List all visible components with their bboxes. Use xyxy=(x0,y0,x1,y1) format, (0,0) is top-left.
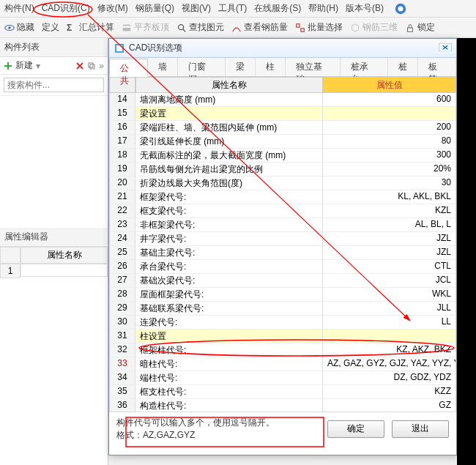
dialog-titlebar[interactable]: CAD识别选项 xyxy=(109,39,456,58)
table-row[interactable]: 20折梁边线最大夹角范围(度)30 xyxy=(109,176,456,190)
copy-icon[interactable] xyxy=(87,62,96,70)
row-value[interactable] xyxy=(323,107,456,121)
table-row[interactable]: 17梁引线延伸长度 (mm)80 xyxy=(109,135,456,149)
dialog-close-icon[interactable] xyxy=(439,43,452,53)
table-row[interactable]: 26承台梁代号:CTL xyxy=(109,260,456,274)
grid-body[interactable]: 14墙洞离地高度 (mm)60015梁设置16梁端距柱、墙、梁范围内延伸 (mm… xyxy=(109,93,456,412)
row-name: 框支柱代号: xyxy=(135,385,323,399)
tab-pilecap[interactable]: 桩承台 xyxy=(341,58,387,76)
row-value[interactable]: 300 xyxy=(323,149,456,163)
row-num: 14 xyxy=(109,93,135,107)
row-name: 基础联系梁代号: xyxy=(135,302,323,316)
table-row[interactable]: 31柱设置 xyxy=(109,330,456,343)
table-row[interactable]: 34端柱代号:DZ, GDZ, YDZ xyxy=(109,371,456,385)
toolbar-view-rebar[interactable]: 查看钢筋量 xyxy=(231,21,288,34)
table-row[interactable]: 28屋面框架梁代号:WKL xyxy=(109,288,456,302)
row-value[interactable]: JZL xyxy=(323,232,456,246)
table-row[interactable]: 16梁端距柱、墙、梁范围内延伸 (mm)200 xyxy=(109,121,456,135)
toolbar-sum[interactable]: Σ汇总计算 xyxy=(67,21,114,34)
table-row[interactable]: 14墙洞离地高度 (mm)600 xyxy=(109,93,456,107)
table-row[interactable]: 18无截面标注的梁，最大截面宽度 (mm)300 xyxy=(109,149,456,163)
tab-wall[interactable]: 墙 xyxy=(148,58,178,76)
table-row[interactable]: 24井字梁代号:JZL xyxy=(109,232,456,246)
row-value[interactable]: 30 xyxy=(323,176,456,190)
toolbar-hide[interactable]: 隐藏 xyxy=(4,21,34,34)
table-row[interactable]: 35框支柱代号:KZZ xyxy=(109,385,456,399)
dialog-tabs: 公共 墙 门窗洞 梁 柱 独立基础 桩承台 桩 板筋 xyxy=(109,58,456,77)
svg-rect-16 xyxy=(90,64,94,69)
row-num: 25 xyxy=(109,246,135,260)
ok-button[interactable]: 确定 xyxy=(327,420,384,438)
row-num: 28 xyxy=(109,288,135,302)
row-value[interactable] xyxy=(323,330,456,343)
table-row[interactable]: 33暗柱代号:AZ, GAZ, GYZ, GJZ, YAZ, YYZ, YJZ xyxy=(109,357,456,371)
row-value[interactable]: KZL xyxy=(323,204,456,218)
row-name: 构造柱代号: xyxy=(135,399,323,412)
tab-public[interactable]: 公共 xyxy=(109,59,148,77)
prop-row-value[interactable] xyxy=(21,264,108,277)
menu-item-component[interactable]: 构件(N) xyxy=(4,2,34,15)
row-value[interactable]: 80 xyxy=(323,135,456,149)
table-row[interactable]: 21框架梁代号:KL, AKL, BKL xyxy=(109,190,456,204)
grid-header-name[interactable]: 属性名称 xyxy=(135,77,323,93)
menu-item-tools[interactable]: 工具(T) xyxy=(218,2,247,15)
row-name: 基础次梁代号: xyxy=(135,274,323,288)
cancel-button[interactable]: 退出 xyxy=(392,420,449,438)
row-num: 36 xyxy=(109,399,135,412)
menu-item-online[interactable]: 在线服务(S) xyxy=(254,2,301,15)
toolbar-batch-select[interactable]: 批量选择 xyxy=(295,21,343,34)
table-row[interactable]: 36构造柱代号:GZ xyxy=(109,399,456,412)
row-value[interactable]: WKL xyxy=(323,288,456,302)
table-row[interactable]: 15梁设置 xyxy=(109,107,456,121)
table-row[interactable]: 22框支梁代号:KZL xyxy=(109,204,456,218)
toolbar-find[interactable]: 查找图元 xyxy=(176,21,224,34)
table-row[interactable]: 19吊筋线每侧允许超出梁宽的比例20% xyxy=(109,163,456,176)
row-value[interactable]: AL, BL, L xyxy=(323,218,456,232)
row-value[interactable]: 20% xyxy=(323,163,456,176)
tab-foundation[interactable]: 独立基础 xyxy=(286,58,341,76)
tab-opening[interactable]: 门窗洞 xyxy=(178,58,225,76)
svg-rect-8 xyxy=(297,23,300,26)
row-value[interactable]: JZL xyxy=(323,246,456,260)
row-value[interactable]: GZ xyxy=(323,399,456,412)
toolbar-lock[interactable]: 锁定 xyxy=(405,21,435,34)
svg-rect-15 xyxy=(89,63,93,67)
table-row[interactable]: 23非框架梁代号:AL, BL, L xyxy=(109,218,456,232)
row-value[interactable]: KL, AKL, BKL xyxy=(323,190,456,204)
row-num: 18 xyxy=(109,149,135,163)
grid-header-value[interactable]: 属性值 xyxy=(323,77,456,93)
new-button[interactable]: 新建 xyxy=(15,59,33,72)
tab-pile[interactable]: 桩 xyxy=(388,58,418,76)
row-value[interactable]: DZ, GDZ, YDZ xyxy=(323,371,456,385)
menu-item-version[interactable]: 版本号(B) xyxy=(346,2,384,15)
delete-icon[interactable] xyxy=(75,62,84,70)
menu-item-help[interactable]: 帮助(H) xyxy=(308,2,338,15)
tab-slab[interactable]: 板筋 xyxy=(418,58,456,76)
search-input[interactable] xyxy=(4,78,104,92)
row-value[interactable]: LL xyxy=(323,316,456,330)
row-value[interactable]: CTL xyxy=(323,260,456,274)
row-value[interactable]: JLL xyxy=(323,302,456,316)
row-value[interactable]: 200 xyxy=(323,121,456,135)
row-name: 折梁边线最大夹角范围(度) xyxy=(135,176,323,190)
tab-column[interactable]: 柱 xyxy=(256,58,286,76)
toolbar-define[interactable]: 定义 xyxy=(42,21,59,34)
menu-item-view[interactable]: 视图(V) xyxy=(182,2,211,15)
table-row[interactable]: 29基础联系梁代号:JLL xyxy=(109,302,456,316)
drawing-canvas[interactable] xyxy=(457,38,476,465)
row-value[interactable]: AZ, GAZ, GYZ, GJZ, YAZ, YYZ, YJZ xyxy=(323,357,456,371)
row-name: 框架柱代号: xyxy=(135,343,323,357)
menu-item-rebar[interactable]: 钢筋量(Q) xyxy=(135,2,174,15)
table-row[interactable]: 27基础次梁代号:JCL xyxy=(109,274,456,288)
menu-item-modify[interactable]: 修改(M) xyxy=(97,2,128,15)
menu-item-cad[interactable]: CAD识别(C) xyxy=(42,2,90,15)
row-value[interactable]: KZ, AKZ, BKZ xyxy=(323,343,456,357)
row-value[interactable]: 600 xyxy=(323,93,456,107)
table-row[interactable]: 25基础主梁代号:JZL xyxy=(109,246,456,260)
row-num: 29 xyxy=(109,302,135,316)
table-row[interactable]: 32框架柱代号:KZ, AKZ, BKZ xyxy=(109,343,456,357)
row-value[interactable]: JCL xyxy=(323,274,456,288)
table-row[interactable]: 30连梁代号:LL xyxy=(109,316,456,330)
row-value[interactable]: KZZ xyxy=(323,385,456,399)
tab-beam[interactable]: 梁 xyxy=(226,58,256,76)
